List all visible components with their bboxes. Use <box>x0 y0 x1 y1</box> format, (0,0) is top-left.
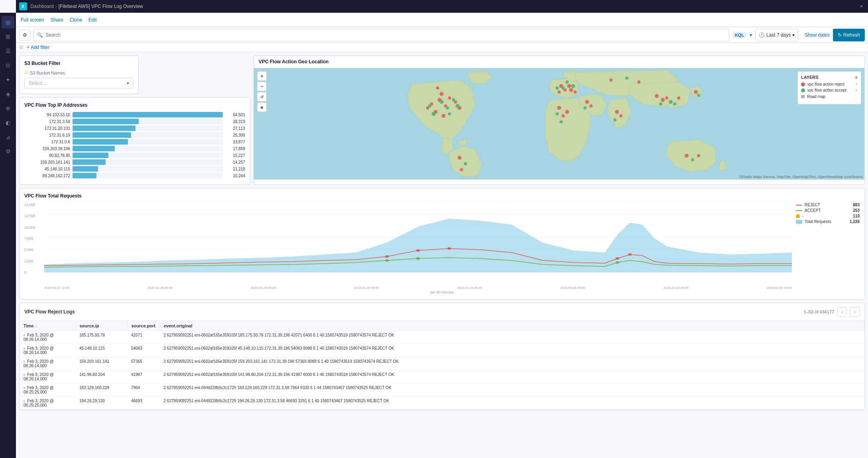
bar-row: 159.203.39.198 17,859 <box>24 146 245 151</box>
log-source-port: 46693 <box>127 397 160 410</box>
bar-row: 172.31.6.19 25,399 <box>24 132 245 138</box>
bar-value: 27,113 <box>225 126 245 131</box>
layer-road-item[interactable]: ⊟ Road map <box>801 94 858 99</box>
log-time: ›Feb 3, 2020 @ 08:25:25.000 <box>20 384 75 397</box>
expand-button[interactable]: › <box>24 346 25 350</box>
zoom-out-button[interactable]: − <box>257 82 267 91</box>
breadcrumb-dashboard[interactable]: Dashboard <box>30 4 54 9</box>
zoom-in-button[interactable]: + <box>257 71 267 81</box>
search-box[interactable]: 🔍 <box>33 29 729 41</box>
col-header-time[interactable]: Time ↕ <box>20 321 75 331</box>
add-filter-button[interactable]: + Add filter <box>27 45 49 50</box>
bar-fill <box>73 139 128 145</box>
svg-point-50 <box>625 76 628 80</box>
bar-label: 94.102.53.10 <box>24 113 70 117</box>
pagination-next-button[interactable]: › <box>850 307 860 317</box>
clock-icon: 🕐 <box>759 32 765 38</box>
log-source-ip: 194.26.29.130 <box>75 397 127 410</box>
sidebar-icon-home[interactable]: ◎ <box>2 16 14 29</box>
bucket-select[interactable]: Select... ▾ <box>24 78 134 89</box>
bucket-filter-title: S3 Bucket Filter <box>24 61 134 66</box>
legend-reject-label: REJECT <box>805 203 843 207</box>
expand-button[interactable]: › <box>24 333 25 337</box>
sidebar-icon-gear[interactable]: ⚙ <box>2 145 14 158</box>
svg-point-47 <box>694 90 698 94</box>
map-rotate-button[interactable]: ↺ <box>257 92 267 102</box>
expand-button[interactable]: › <box>24 386 25 390</box>
col-header-source-ip[interactable]: source.ip <box>75 321 127 331</box>
log-event-original: 2 627959092251 eni-0602af165e359105f 141… <box>160 370 864 384</box>
bar-fill <box>73 132 131 138</box>
legend-total: Total Requests 1,226 <box>796 219 860 224</box>
legend-reject-icon <box>796 205 802 206</box>
map-layers-button[interactable]: ◈ <box>257 102 267 112</box>
share-link[interactable]: Share <box>51 17 63 23</box>
sidebar-icon-grid[interactable]: ⊞ <box>2 30 14 43</box>
svg-point-54 <box>697 154 700 157</box>
left-panels: S3 Bucket Filter ⚠ S3 Bucket Names Selec… <box>19 55 250 185</box>
svg-point-45 <box>677 96 680 100</box>
svg-point-23 <box>569 88 573 92</box>
search-input[interactable] <box>45 32 726 38</box>
svg-point-37 <box>615 110 619 114</box>
expand-button[interactable]: › <box>24 399 25 403</box>
close-button[interactable]: × <box>858 3 865 10</box>
sidebar-icon-half-circle[interactable]: ◐ <box>2 116 14 129</box>
svg-point-25 <box>562 86 565 90</box>
filter-settings-btn[interactable]: ⚙ <box>19 29 30 41</box>
log-time: ›Feb 3, 2020 @ 08:26:14.000 <box>20 331 75 344</box>
bar-track <box>73 166 223 172</box>
sidebar-icon-menu[interactable]: ☰ <box>2 45 14 57</box>
svg-point-70 <box>385 259 389 262</box>
bar-value: 11,218 <box>225 167 245 171</box>
bar-track <box>73 139 223 145</box>
sidebar-icon-diamond[interactable]: ◈ <box>2 88 14 100</box>
x-label-1: 2020-01-27 12:00 <box>44 286 69 290</box>
bar-fill <box>73 146 115 151</box>
col-header-event[interactable]: event.original <box>160 321 864 331</box>
sidebar-icon-circle[interactable]: ⊙ <box>2 59 14 72</box>
gear-icon: ⚙ <box>23 32 27 38</box>
edit-link[interactable]: Edit <box>88 17 97 23</box>
action-bar: Full screen Share Clone Edit <box>16 13 868 27</box>
svg-point-28 <box>573 90 577 94</box>
layer-accept-item[interactable]: vpc flow action accept × <box>801 88 858 92</box>
show-dates-button[interactable]: Show dates <box>805 32 830 38</box>
svg-point-36 <box>583 106 587 110</box>
fullscreen-link[interactable]: Full screen <box>21 17 44 23</box>
legend-accept-icon <box>796 210 802 211</box>
svg-point-33 <box>556 112 559 115</box>
sidebar-icon-triangle[interactable]: ⊿ <box>2 131 14 143</box>
x-label-8: 2020-02-03 00:00 <box>767 286 792 290</box>
svg-point-26 <box>571 84 575 88</box>
svg-point-56 <box>464 162 467 165</box>
layer-reject-item[interactable]: vpc flow action reject × <box>801 82 858 86</box>
legend-total-label: Total Requests <box>805 219 843 224</box>
bar-track <box>73 153 223 158</box>
bar-row: 172.31.20.131 27,113 <box>24 125 245 131</box>
pagination-prev-button[interactable]: ‹ <box>837 307 847 317</box>
sidebar-icon-plus-circle[interactable]: ⊕ <box>2 102 14 115</box>
log-source-port: 41987 <box>127 370 160 384</box>
bar-value: 17,859 <box>225 147 245 151</box>
expand-button[interactable]: › <box>24 372 25 377</box>
time-range-chevron: ▾ <box>792 32 795 38</box>
col-header-source-port[interactable]: source.port <box>127 321 160 331</box>
clone-link[interactable]: Clone <box>70 17 82 23</box>
filter-settings-icon[interactable]: ⚙ <box>19 45 24 50</box>
kql-chevron[interactable]: ▾ <box>750 32 752 38</box>
bar-row: 94.102.53.10 64,501 <box>24 112 245 117</box>
log-event-original: 2 627959092251 eni-044922lfb5c2c1729 183… <box>160 384 864 397</box>
refresh-button[interactable]: ↻ Refresh <box>833 29 865 41</box>
layer-reject-close[interactable]: × <box>855 82 858 86</box>
layer-accept-close[interactable]: × <box>855 88 858 92</box>
bar-label: 45.148.10.115 <box>24 167 70 171</box>
sidebar-icon-star[interactable]: ✦ <box>2 73 14 86</box>
table-row: ›Feb 3, 2020 @ 08:26:14.000 185.175.93.7… <box>20 331 864 344</box>
bar-label: 172.31.20.131 <box>24 126 70 131</box>
time-range-selector[interactable]: 🕐 Last 7 days ▾ <box>755 29 798 41</box>
expand-button[interactable]: › <box>24 359 25 364</box>
layers-menu-icon[interactable]: ≡ <box>855 75 858 80</box>
layers-title: LAYERS ≡ <box>801 75 858 80</box>
kql-badge[interactable]: KQL <box>732 32 746 38</box>
